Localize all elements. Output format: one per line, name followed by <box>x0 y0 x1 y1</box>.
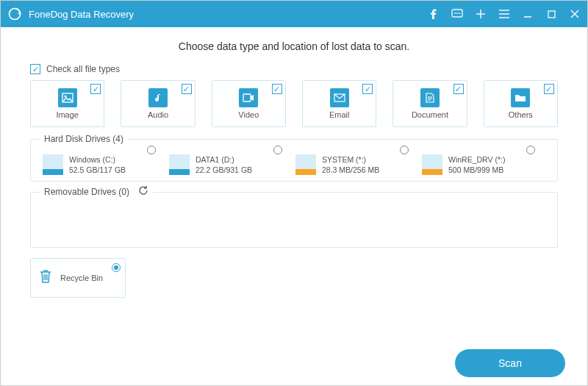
type-label: Email <box>329 110 350 119</box>
type-label: Document <box>412 110 448 119</box>
drive-radio[interactable] <box>147 146 156 154</box>
drives-row: Windows (C:)52.5 GB/117 GB DATA1 (D:)22.… <box>43 150 545 175</box>
drive-name: Windows (C:) <box>69 155 115 164</box>
type-checkbox[interactable] <box>362 84 373 94</box>
drive-item[interactable]: WinRE_DRV (*:)500 MB/999 MB <box>422 150 539 175</box>
removable-drives-group: Removable Drives (0) <box>30 192 558 248</box>
title-bar: FoneDog Data Recovery <box>1 1 587 27</box>
hard-drives-group: Hard Disk Drives (4) Windows (C:)52.5 GB… <box>30 139 558 182</box>
type-card-audio[interactable]: Audio <box>121 80 195 127</box>
drive-item[interactable]: Windows (C:)52.5 GB/117 GB <box>43 150 160 175</box>
trash-icon <box>38 268 53 287</box>
email-icon <box>330 88 349 107</box>
app-title: FoneDog Data Recovery <box>29 9 427 20</box>
drive-item[interactable]: SYSTEM (*:)28.3 MB/256 MB <box>295 150 413 175</box>
svg-point-4 <box>456 12 458 14</box>
video-icon <box>239 88 258 107</box>
drive-radio[interactable] <box>273 146 282 154</box>
drive-size: 28.3 MB/256 MB <box>322 165 379 174</box>
type-checkbox[interactable] <box>272 84 282 94</box>
add-icon[interactable] <box>474 7 487 21</box>
close-icon[interactable] <box>568 7 581 21</box>
drive-icon <box>422 154 442 175</box>
app-logo-icon <box>7 6 23 22</box>
file-types-row: Image Audio Video Email Document <box>30 80 558 127</box>
drive-name: WinRE_DRV (*:) <box>448 155 505 164</box>
type-card-others[interactable]: Others <box>484 80 558 127</box>
audio-icon <box>148 88 168 107</box>
facebook-icon[interactable] <box>427 7 440 21</box>
app-window: FoneDog Data Recovery Choose data type a… <box>0 0 588 386</box>
type-card-video[interactable]: Video <box>212 80 286 127</box>
type-label: Others <box>509 110 533 119</box>
document-icon <box>420 88 440 107</box>
svg-point-3 <box>454 12 456 14</box>
drive-size: 52.5 GB/117 GB <box>69 165 126 174</box>
type-card-email[interactable]: Email <box>302 80 376 127</box>
feedback-icon[interactable] <box>451 7 464 21</box>
minimize-icon[interactable] <box>521 7 534 21</box>
drive-icon <box>295 154 316 175</box>
window-buttons <box>427 7 581 21</box>
drive-icon <box>43 154 63 175</box>
check-all-label: Check all file types <box>46 64 120 74</box>
main-content: Choose data type and location of lost da… <box>1 27 587 341</box>
svg-marker-1 <box>18 12 21 14</box>
drive-item[interactable]: DATA1 (D:)22.2 GB/931 GB <box>169 150 287 175</box>
removable-empty <box>43 203 545 241</box>
drive-size: 500 MB/999 MB <box>448 165 503 174</box>
refresh-icon[interactable] <box>134 185 153 199</box>
type-checkbox[interactable] <box>453 84 464 94</box>
recycle-radio[interactable] <box>112 263 121 272</box>
svg-rect-6 <box>548 11 555 18</box>
svg-point-9 <box>64 96 66 98</box>
drive-name: DATA1 (D:) <box>196 155 234 164</box>
drive-size: 22.2 GB/931 GB <box>196 165 252 174</box>
type-checkbox[interactable] <box>90 84 101 94</box>
hard-drives-title: Hard Disk Drives (4) <box>40 134 128 144</box>
type-label: Audio <box>148 110 168 119</box>
type-label: Video <box>238 110 259 119</box>
footer: Scan <box>1 341 587 385</box>
recycle-bin-card[interactable]: Recycle Bin <box>30 258 126 298</box>
type-label: Image <box>56 110 79 119</box>
drive-icon <box>169 154 190 175</box>
check-all-row[interactable]: Check all file types <box>30 64 558 74</box>
svg-point-5 <box>459 12 460 14</box>
type-card-document[interactable]: Document <box>392 80 467 127</box>
check-all-checkbox[interactable] <box>30 64 40 74</box>
drive-radio[interactable] <box>400 146 409 154</box>
recycle-label: Recycle Bin <box>60 274 103 282</box>
folder-icon <box>511 88 530 107</box>
page-heading: Choose data type and location of lost da… <box>30 40 558 52</box>
removable-title: Removable Drives (0) <box>40 187 134 197</box>
drive-name: SYSTEM (*:) <box>322 155 366 164</box>
svg-rect-10 <box>243 94 251 101</box>
menu-icon[interactable] <box>498 7 511 21</box>
maximize-icon[interactable] <box>545 7 558 21</box>
drive-radio[interactable] <box>526 146 535 154</box>
image-icon <box>58 88 77 107</box>
type-checkbox[interactable] <box>182 84 192 94</box>
type-checkbox[interactable] <box>544 84 554 94</box>
type-card-image[interactable]: Image <box>30 80 104 127</box>
scan-button[interactable]: Scan <box>455 349 565 377</box>
